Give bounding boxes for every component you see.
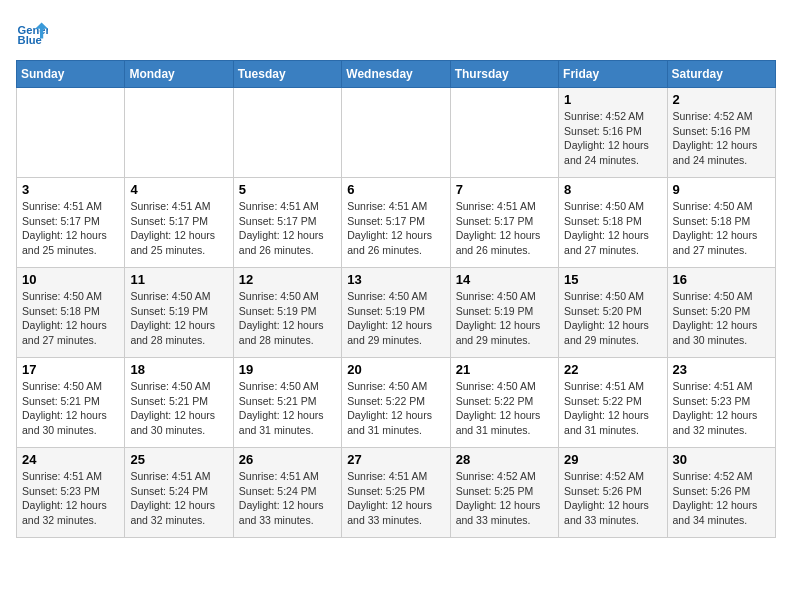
day-info: Sunrise: 4:51 AM Sunset: 5:25 PM Dayligh… (347, 469, 444, 528)
day-number: 17 (22, 362, 119, 377)
day-number: 11 (130, 272, 227, 287)
day-number: 9 (673, 182, 770, 197)
day-number: 7 (456, 182, 553, 197)
day-info: Sunrise: 4:51 AM Sunset: 5:23 PM Dayligh… (22, 469, 119, 528)
calendar-cell: 26Sunrise: 4:51 AM Sunset: 5:24 PM Dayli… (233, 448, 341, 538)
weekday-header-wednesday: Wednesday (342, 61, 450, 88)
day-number: 24 (22, 452, 119, 467)
calendar-week-2: 3Sunrise: 4:51 AM Sunset: 5:17 PM Daylig… (17, 178, 776, 268)
day-info: Sunrise: 4:52 AM Sunset: 5:26 PM Dayligh… (564, 469, 661, 528)
page-header: General Blue (16, 16, 776, 48)
weekday-header-monday: Monday (125, 61, 233, 88)
day-info: Sunrise: 4:50 AM Sunset: 5:19 PM Dayligh… (130, 289, 227, 348)
calendar-cell: 7Sunrise: 4:51 AM Sunset: 5:17 PM Daylig… (450, 178, 558, 268)
calendar-cell (342, 88, 450, 178)
day-number: 25 (130, 452, 227, 467)
day-number: 14 (456, 272, 553, 287)
calendar-cell: 9Sunrise: 4:50 AM Sunset: 5:18 PM Daylig… (667, 178, 775, 268)
calendar-cell: 5Sunrise: 4:51 AM Sunset: 5:17 PM Daylig… (233, 178, 341, 268)
calendar-cell: 21Sunrise: 4:50 AM Sunset: 5:22 PM Dayli… (450, 358, 558, 448)
weekday-header-saturday: Saturday (667, 61, 775, 88)
day-info: Sunrise: 4:50 AM Sunset: 5:21 PM Dayligh… (130, 379, 227, 438)
day-info: Sunrise: 4:51 AM Sunset: 5:17 PM Dayligh… (130, 199, 227, 258)
calendar-cell: 11Sunrise: 4:50 AM Sunset: 5:19 PM Dayli… (125, 268, 233, 358)
calendar-body: 1Sunrise: 4:52 AM Sunset: 5:16 PM Daylig… (17, 88, 776, 538)
day-number: 29 (564, 452, 661, 467)
day-info: Sunrise: 4:51 AM Sunset: 5:23 PM Dayligh… (673, 379, 770, 438)
weekday-header-tuesday: Tuesday (233, 61, 341, 88)
day-info: Sunrise: 4:51 AM Sunset: 5:22 PM Dayligh… (564, 379, 661, 438)
weekday-header-thursday: Thursday (450, 61, 558, 88)
day-info: Sunrise: 4:50 AM Sunset: 5:19 PM Dayligh… (347, 289, 444, 348)
day-info: Sunrise: 4:51 AM Sunset: 5:17 PM Dayligh… (347, 199, 444, 258)
svg-text:Blue: Blue (18, 34, 42, 46)
day-info: Sunrise: 4:50 AM Sunset: 5:18 PM Dayligh… (673, 199, 770, 258)
day-number: 5 (239, 182, 336, 197)
day-number: 16 (673, 272, 770, 287)
day-number: 28 (456, 452, 553, 467)
calendar-cell (450, 88, 558, 178)
day-info: Sunrise: 4:52 AM Sunset: 5:26 PM Dayligh… (673, 469, 770, 528)
day-number: 2 (673, 92, 770, 107)
day-info: Sunrise: 4:52 AM Sunset: 5:25 PM Dayligh… (456, 469, 553, 528)
day-number: 23 (673, 362, 770, 377)
calendar-cell (233, 88, 341, 178)
calendar-cell (125, 88, 233, 178)
day-number: 19 (239, 362, 336, 377)
day-number: 8 (564, 182, 661, 197)
day-info: Sunrise: 4:52 AM Sunset: 5:16 PM Dayligh… (673, 109, 770, 168)
day-info: Sunrise: 4:50 AM Sunset: 5:21 PM Dayligh… (22, 379, 119, 438)
calendar-cell: 29Sunrise: 4:52 AM Sunset: 5:26 PM Dayli… (559, 448, 667, 538)
day-number: 12 (239, 272, 336, 287)
day-number: 26 (239, 452, 336, 467)
day-info: Sunrise: 4:51 AM Sunset: 5:17 PM Dayligh… (456, 199, 553, 258)
day-number: 21 (456, 362, 553, 377)
calendar-cell: 16Sunrise: 4:50 AM Sunset: 5:20 PM Dayli… (667, 268, 775, 358)
calendar-cell: 23Sunrise: 4:51 AM Sunset: 5:23 PM Dayli… (667, 358, 775, 448)
calendar-week-4: 17Sunrise: 4:50 AM Sunset: 5:21 PM Dayli… (17, 358, 776, 448)
calendar-cell: 24Sunrise: 4:51 AM Sunset: 5:23 PM Dayli… (17, 448, 125, 538)
day-info: Sunrise: 4:50 AM Sunset: 5:20 PM Dayligh… (673, 289, 770, 348)
calendar-cell: 14Sunrise: 4:50 AM Sunset: 5:19 PM Dayli… (450, 268, 558, 358)
calendar-cell: 18Sunrise: 4:50 AM Sunset: 5:21 PM Dayli… (125, 358, 233, 448)
day-info: Sunrise: 4:51 AM Sunset: 5:24 PM Dayligh… (130, 469, 227, 528)
day-number: 22 (564, 362, 661, 377)
day-info: Sunrise: 4:51 AM Sunset: 5:17 PM Dayligh… (22, 199, 119, 258)
calendar-cell: 8Sunrise: 4:50 AM Sunset: 5:18 PM Daylig… (559, 178, 667, 268)
calendar-header: SundayMondayTuesdayWednesdayThursdayFrid… (17, 61, 776, 88)
calendar-cell: 1Sunrise: 4:52 AM Sunset: 5:16 PM Daylig… (559, 88, 667, 178)
calendar-week-5: 24Sunrise: 4:51 AM Sunset: 5:23 PM Dayli… (17, 448, 776, 538)
weekday-header-friday: Friday (559, 61, 667, 88)
weekday-header-sunday: Sunday (17, 61, 125, 88)
calendar-cell: 10Sunrise: 4:50 AM Sunset: 5:18 PM Dayli… (17, 268, 125, 358)
day-info: Sunrise: 4:50 AM Sunset: 5:20 PM Dayligh… (564, 289, 661, 348)
weekday-header-row: SundayMondayTuesdayWednesdayThursdayFrid… (17, 61, 776, 88)
day-info: Sunrise: 4:50 AM Sunset: 5:19 PM Dayligh… (456, 289, 553, 348)
calendar-table: SundayMondayTuesdayWednesdayThursdayFrid… (16, 60, 776, 538)
calendar-cell: 30Sunrise: 4:52 AM Sunset: 5:26 PM Dayli… (667, 448, 775, 538)
calendar-cell: 2Sunrise: 4:52 AM Sunset: 5:16 PM Daylig… (667, 88, 775, 178)
day-info: Sunrise: 4:51 AM Sunset: 5:17 PM Dayligh… (239, 199, 336, 258)
calendar-cell: 20Sunrise: 4:50 AM Sunset: 5:22 PM Dayli… (342, 358, 450, 448)
calendar-week-1: 1Sunrise: 4:52 AM Sunset: 5:16 PM Daylig… (17, 88, 776, 178)
day-info: Sunrise: 4:50 AM Sunset: 5:19 PM Dayligh… (239, 289, 336, 348)
day-number: 20 (347, 362, 444, 377)
calendar-cell: 17Sunrise: 4:50 AM Sunset: 5:21 PM Dayli… (17, 358, 125, 448)
day-info: Sunrise: 4:50 AM Sunset: 5:21 PM Dayligh… (239, 379, 336, 438)
day-number: 4 (130, 182, 227, 197)
calendar-week-3: 10Sunrise: 4:50 AM Sunset: 5:18 PM Dayli… (17, 268, 776, 358)
day-info: Sunrise: 4:50 AM Sunset: 5:22 PM Dayligh… (456, 379, 553, 438)
day-info: Sunrise: 4:52 AM Sunset: 5:16 PM Dayligh… (564, 109, 661, 168)
calendar-cell: 12Sunrise: 4:50 AM Sunset: 5:19 PM Dayli… (233, 268, 341, 358)
day-number: 6 (347, 182, 444, 197)
day-info: Sunrise: 4:50 AM Sunset: 5:22 PM Dayligh… (347, 379, 444, 438)
day-number: 1 (564, 92, 661, 107)
day-number: 27 (347, 452, 444, 467)
calendar-cell: 4Sunrise: 4:51 AM Sunset: 5:17 PM Daylig… (125, 178, 233, 268)
day-number: 3 (22, 182, 119, 197)
day-number: 10 (22, 272, 119, 287)
calendar-cell: 25Sunrise: 4:51 AM Sunset: 5:24 PM Dayli… (125, 448, 233, 538)
logo: General Blue (16, 16, 52, 48)
calendar-cell: 19Sunrise: 4:50 AM Sunset: 5:21 PM Dayli… (233, 358, 341, 448)
calendar-cell: 15Sunrise: 4:50 AM Sunset: 5:20 PM Dayli… (559, 268, 667, 358)
